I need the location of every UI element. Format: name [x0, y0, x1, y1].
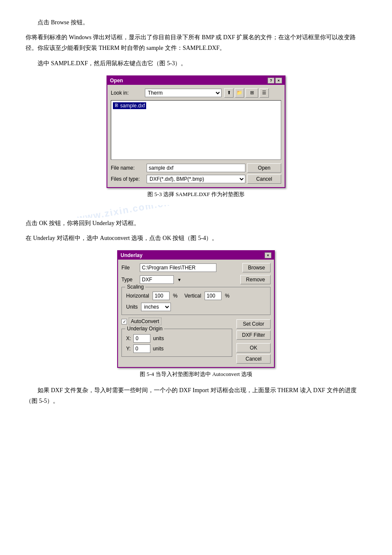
underlay-right-panel: Set Color DXF Filter OK Cancel — [236, 318, 271, 364]
type-row: Type ▼ Remove — [121, 275, 271, 284]
horizontal-label: Horizontal — [126, 293, 149, 299]
open-dialog-body: Look in: Therm ⬆ 📁 ⊞ ☰ 🖹 sample.dxf — [107, 85, 285, 187]
underlay-dialog[interactable]: Underlay × File Browse Type ▼ — [117, 250, 275, 368]
type-input[interactable] — [140, 275, 174, 284]
horizontal-input[interactable] — [153, 292, 170, 300]
underlay-dialog-title: Underlay — [121, 252, 142, 258]
underlay-dialog-body: File Browse Type ▼ Remove Scaling Horizo… — [118, 260, 274, 367]
filename-label: File name: — [111, 165, 145, 171]
file-item-label: sample.dxf — [120, 103, 145, 109]
underlay-main-layout: ✓ AutoConvert Underlay Origin X: units Y… — [121, 318, 271, 364]
underlay-cancel-button[interactable]: Cancel — [236, 354, 271, 364]
scaling-title: Scaling — [125, 284, 145, 290]
close-button[interactable]: × — [275, 78, 282, 84]
y-unit: units — [153, 346, 164, 352]
file-item-sample-dxf[interactable]: 🖹 sample.dxf — [113, 102, 146, 109]
autoconvert-row: ✓ AutoConvert — [121, 318, 232, 325]
paragraph-2: 你将看到标准的 Windows 弹出对话框，显示出了你目前目录下所有 BMP 或… — [26, 32, 366, 53]
open-dialog-titlebar: Open ? × — [107, 76, 285, 85]
view-list-button[interactable]: ⊞ — [245, 88, 258, 98]
remove-button[interactable]: Remove — [240, 275, 271, 284]
file-list: 🖹 sample.dxf — [111, 100, 281, 160]
underlay-titlebar-buttons: × — [265, 252, 271, 258]
open-dialog[interactable]: Open ? × Look in: Therm ⬆ 📁 ⊞ ☰ — [107, 75, 285, 188]
underlay-close-button[interactable]: × — [265, 252, 271, 258]
autoconvert-checkbox[interactable]: ✓ — [121, 319, 127, 324]
look-in-select[interactable]: Therm — [145, 89, 222, 97]
figure-2: Underlay × File Browse Type ▼ — [26, 250, 366, 378]
origin-title: Underlay Origin — [125, 326, 164, 332]
paragraph-1: 点击 Browse 按钮。 — [26, 17, 366, 28]
x-unit: units — [153, 335, 164, 341]
autoconvert-label: AutoConvert — [129, 318, 161, 325]
paragraph-4: 点击 OK 按钮，你将回到 Underlay 对话框。 — [26, 218, 366, 228]
file-icon: 🖹 — [114, 103, 118, 108]
horizontal-unit: % — [173, 293, 178, 299]
x-label: X: — [126, 335, 131, 341]
vertical-input[interactable] — [205, 292, 222, 300]
paragraph-5: 在 Underlay 对话框中，选中 Autoconvert 选项，点击 OK … — [26, 233, 366, 243]
help-button[interactable]: ? — [268, 78, 274, 84]
vertical-unit: % — [225, 293, 230, 299]
scaling-section: Scaling Horizontal % Vertical % Units in… — [121, 287, 271, 315]
file-input[interactable] — [140, 263, 216, 272]
ok-button[interactable]: OK — [236, 343, 271, 353]
units-label: Units — [126, 304, 138, 310]
open-dialog-title: Open — [110, 78, 123, 84]
underlay-left-panel: ✓ AutoConvert Underlay Origin X: units Y… — [121, 318, 232, 364]
filetype-label: Files of type: — [111, 176, 145, 182]
caption-2: 图 5-4 当导入衬垫图形时选中 Autoconvert 选项 — [140, 370, 252, 378]
filetype-select[interactable]: DXF(*.dxf), BMP(*.bmp) — [147, 175, 245, 183]
x-input[interactable] — [133, 334, 150, 343]
file-label: File — [121, 265, 136, 271]
create-folder-button[interactable]: 📁 — [235, 88, 244, 98]
titlebar-buttons: ? × — [268, 78, 282, 84]
type-dropdown-arrow: ▼ — [177, 278, 182, 282]
dxf-filter-button[interactable]: DXF Filter — [236, 330, 271, 340]
underlay-dialog-titlebar: Underlay × — [118, 251, 274, 260]
watermark: www.zixin.com.cn — [76, 205, 171, 218]
file-row: File Browse — [121, 263, 271, 272]
vertical-label: Vertical — [184, 293, 201, 299]
set-color-button[interactable]: Set Color — [236, 319, 271, 329]
look-in-row: Look in: Therm ⬆ 📁 ⊞ ☰ — [111, 88, 281, 98]
origin-section: Underlay Origin X: units Y: units — [121, 329, 232, 357]
open-button[interactable]: Open — [247, 163, 281, 173]
y-label: Y: — [126, 346, 131, 352]
cancel-button[interactable]: Cancel — [247, 174, 281, 184]
paragraph-6: 如果 DXF 文件复杂，导入时需要一些时间，一个小的 DXF Import 对话… — [26, 385, 366, 406]
view-details-button[interactable]: ☰ — [259, 88, 269, 98]
y-input[interactable] — [133, 344, 150, 353]
figure-1: Open ? × Look in: Therm ⬆ 📁 ⊞ ☰ — [26, 75, 366, 198]
type-label: Type — [121, 277, 136, 283]
filename-input[interactable] — [147, 164, 245, 172]
browse-button[interactable]: Browse — [242, 263, 271, 272]
units-select[interactable]: inches — [141, 303, 171, 311]
up-folder-button[interactable]: ⬆ — [224, 88, 233, 98]
paragraph-3: 选中 SAMPLE.DXF，然后用鼠标左键点击它（图 5-3）。 — [26, 58, 366, 69]
watermark-area: www.zixin.com.cn — [26, 205, 366, 218]
look-in-label: Look in: — [111, 90, 145, 96]
caption-1: 图 5-3 选择 SAMPLE.DXF 作为衬垫图形 — [147, 191, 245, 198]
